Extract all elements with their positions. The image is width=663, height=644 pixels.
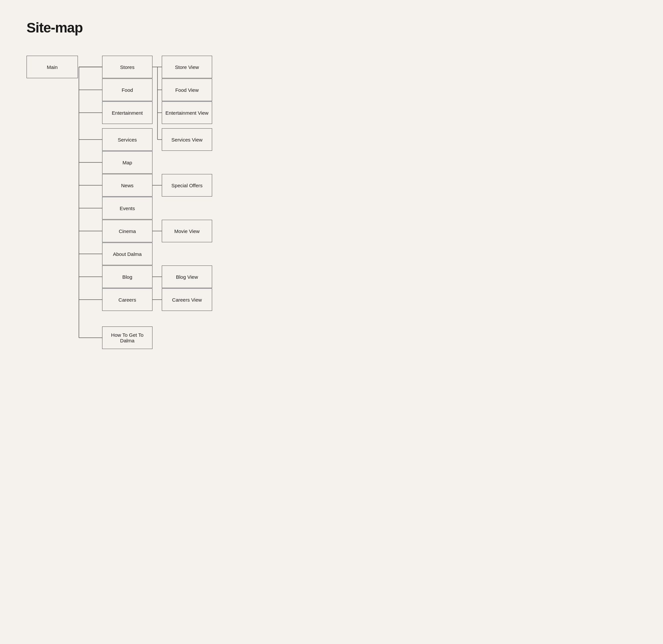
page-title: Site-map [26,20,637,36]
entertainment-view-node: Entertainment View [162,101,212,124]
entertainment-node: Entertainment [102,101,153,124]
blog-node: Blog [102,266,153,288]
blog-view-node: Blog View [162,266,212,288]
careers-view-node: Careers View [162,289,212,311]
careers-node: Careers [102,289,153,311]
map-node: Map [102,151,153,174]
special-offers-node: Special Offers [162,174,212,197]
stores-node: Stores [102,56,153,78]
events-node: Events [102,197,153,220]
store-view-node: Store View [162,56,212,78]
cinema-node: Cinema [102,220,153,242]
about-dalma-node: About Dalma [102,243,153,265]
services-node: Services [102,128,153,151]
services-view-node: Services View [162,128,212,151]
movie-view-node: Movie View [162,220,212,242]
food-node: Food [102,78,153,101]
news-node: News [102,174,153,197]
how-to-get-to-dalma-node: How To Get To Dalma [102,326,153,349]
sitemap-diagram: Main Stores Food Entertainment Services … [26,56,225,354]
food-view-node: Food View [162,78,212,101]
main-node: Main [26,56,78,78]
